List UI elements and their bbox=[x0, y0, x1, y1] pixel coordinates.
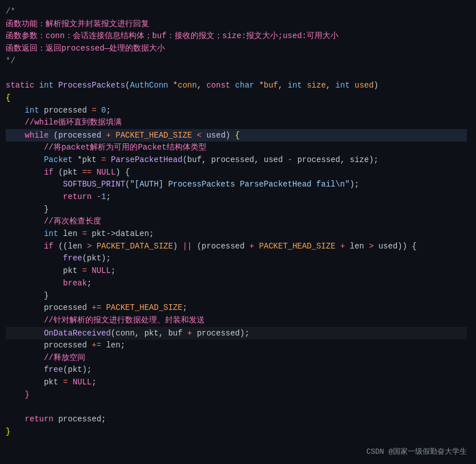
line-2: 函数功能：解析报文并封装报文进行回复 bbox=[6, 18, 467, 31]
line-8: { bbox=[6, 92, 467, 105]
line-17: } bbox=[6, 204, 467, 216]
line-16: return -1; bbox=[6, 191, 467, 204]
line-4: 函数返回：返回processed—处理的数据大小 bbox=[6, 43, 467, 55]
line-9: int processed = 0; bbox=[6, 105, 467, 117]
line-31: pkt = NULL; bbox=[6, 376, 467, 389]
line-10: //while循环直到数据填满 bbox=[6, 117, 467, 129]
line-3: 函数参数：conn：会话连接信息结构体；buf：接收的报文；size:报文大小;… bbox=[6, 30, 467, 43]
line-5: */ bbox=[6, 55, 467, 68]
line-11: while (processed + PACKET_HEAD_SIZE < us… bbox=[6, 129, 467, 142]
footer-text: CSDN @国家一级假勤奋大学生 bbox=[366, 446, 467, 458]
line-32: } bbox=[6, 389, 467, 401]
line-35: } bbox=[6, 426, 467, 438]
line-27: OnDataReceived(conn, pkt, buf + processe… bbox=[6, 327, 467, 339]
line-12: //将packet解析为可用的Packet结构体类型 bbox=[6, 142, 467, 154]
line-18: //再次检查长度 bbox=[6, 216, 467, 228]
line-24: } bbox=[6, 290, 467, 303]
line-33 bbox=[6, 401, 467, 413]
line-23: break; bbox=[6, 277, 467, 290]
line-19: int len = pkt->dataLen; bbox=[6, 228, 467, 241]
line-20: if ((len > PACKET_DATA_SIZE) || (process… bbox=[6, 241, 467, 253]
line-25: processed += PACKET_HEAD_SIZE; bbox=[6, 302, 467, 314]
line-7: static int ProcessPackets(AuthConn *conn… bbox=[6, 80, 467, 92]
line-30: free(pkt); bbox=[6, 364, 467, 376]
code-container: /* 函数功能：解析报文并封装报文进行回复 函数参数：conn：会话连接信息结构… bbox=[0, 0, 476, 464]
line-6 bbox=[6, 67, 467, 80]
line-29: //释放空间 bbox=[6, 352, 467, 364]
line-1: /* bbox=[6, 6, 467, 18]
line-14: if (pkt == NULL) { bbox=[6, 167, 467, 179]
line-13: Packet *pkt = ParsePacketHead(buf, proce… bbox=[6, 154, 467, 167]
line-34: return processed; bbox=[6, 413, 467, 426]
line-15: SOFTBUS_PRINT("[AUTH] ProcessPackets Par… bbox=[6, 179, 467, 191]
line-22: pkt = NULL; bbox=[6, 265, 467, 277]
line-28: processed += len; bbox=[6, 339, 467, 352]
line-21: free(pkt); bbox=[6, 252, 467, 265]
line-26: //针对解析的报文进行数据处理、封装和发送 bbox=[6, 314, 467, 327]
